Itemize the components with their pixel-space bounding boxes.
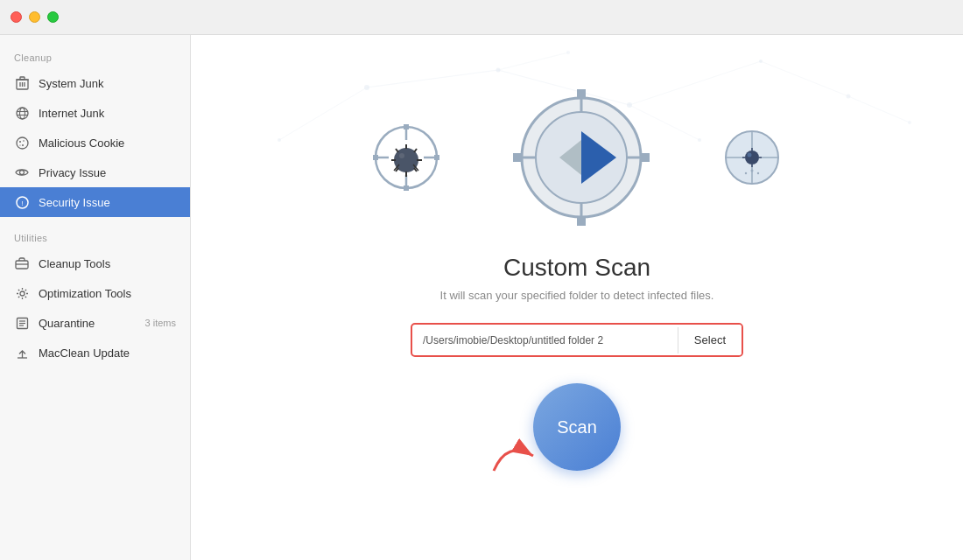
app-body: Cleanup System Junk: [0, 35, 963, 560]
path-input[interactable]: [412, 326, 678, 355]
sidebar: Cleanup System Junk: [0, 35, 191, 560]
center-scan-icon: [511, 88, 651, 228]
svg-point-30: [847, 94, 851, 99]
cleanup-section-label: Cleanup: [0, 49, 190, 68]
svg-line-35: [367, 70, 498, 88]
left-scan-icon: [371, 122, 441, 192]
utilities-section-label: Utilities: [0, 229, 190, 248]
svg-line-58: [414, 149, 417, 152]
svg-rect-70: [577, 89, 586, 98]
update-icon: [14, 345, 30, 360]
svg-point-34: [908, 121, 911, 124]
svg-rect-51: [434, 155, 439, 160]
sidebar-item-label: Optimization Tools: [39, 287, 176, 300]
minimize-button[interactable]: [29, 11, 40, 23]
svg-point-14: [19, 144, 20, 145]
svg-point-12: [23, 140, 25, 142]
svg-rect-49: [404, 186, 409, 191]
sidebar-item-label: MacClean Update: [39, 346, 176, 360]
scan-button[interactable]: Scan: [533, 383, 621, 471]
content-section: Custom Scan It will scan your specified …: [411, 254, 743, 471]
scan-button-wrapper: Scan: [533, 383, 621, 471]
sidebar-item-internet-junk[interactable]: Internet Junk: [0, 98, 190, 128]
titlebar: [0, 0, 963, 35]
svg-rect-2: [20, 77, 25, 80]
svg-rect-50: [373, 155, 378, 160]
svg-point-13: [22, 144, 24, 146]
sidebar-item-cleanup-tools[interactable]: Cleanup Tools: [0, 248, 190, 278]
sidebar-item-label: Internet Junk: [39, 107, 176, 120]
sidebar-item-optimization-tools[interactable]: Optimization Tools: [0, 278, 190, 308]
svg-point-31: [278, 138, 281, 142]
svg-rect-71: [577, 217, 586, 226]
quarantine-icon: [14, 315, 30, 331]
sidebar-item-malicious-cookie[interactable]: Malicious Cookie: [0, 128, 190, 158]
scan-arrow: [489, 431, 542, 475]
sidebar-item-quarantine[interactable]: Quarantine 3 items: [0, 308, 190, 338]
close-button[interactable]: [11, 11, 22, 23]
sidebar-item-security-issue[interactable]: ! Security Issue: [0, 187, 190, 217]
sidebar-item-label: Quarantine: [39, 317, 137, 330]
svg-point-80: [748, 153, 752, 158]
svg-point-85: [751, 170, 754, 172]
svg-point-29: [759, 60, 763, 63]
eye-icon: [14, 164, 30, 180]
svg-rect-73: [641, 153, 650, 162]
page-subtitle: It will scan your specified folder to de…: [440, 289, 714, 302]
svg-point-87: [757, 172, 759, 174]
globe-icon: [14, 105, 30, 121]
page-title: Custom Scan: [503, 254, 650, 282]
select-button[interactable]: Select: [678, 325, 742, 355]
trash-icon: [14, 75, 30, 91]
sidebar-item-label: Cleanup Tools: [39, 257, 176, 270]
svg-text:!: !: [21, 200, 23, 207]
svg-point-15: [20, 171, 25, 175]
svg-point-20: [20, 291, 25, 296]
sidebar-item-macclean-update[interactable]: MacClean Update: [0, 338, 190, 368]
svg-point-6: [17, 108, 28, 119]
right-scan-icon: [721, 127, 783, 188]
svg-point-61: [399, 153, 404, 158]
svg-line-42: [848, 96, 910, 122]
cookie-icon: [14, 135, 30, 150]
svg-line-39: [279, 88, 367, 140]
svg-point-10: [17, 137, 28, 149]
sidebar-item-label: Privacy Issue: [39, 166, 176, 179]
quarantine-badge: 3 items: [145, 318, 176, 328]
sidebar-item-label: System Junk: [39, 77, 176, 90]
svg-line-57: [396, 149, 398, 152]
svg-point-7: [19, 108, 25, 119]
svg-point-11: [19, 141, 21, 143]
sidebar-item-system-junk[interactable]: System Junk: [0, 68, 190, 98]
path-input-row: Select: [411, 323, 743, 357]
shield-icon: !: [14, 194, 30, 210]
sidebar-item-label: Malicious Cookie: [39, 136, 176, 150]
svg-point-32: [566, 51, 570, 54]
svg-point-27: [496, 68, 501, 73]
svg-rect-48: [404, 124, 409, 130]
svg-point-79: [745, 150, 759, 164]
sidebar-item-privacy-issue[interactable]: Privacy Issue: [0, 158, 190, 187]
svg-rect-72: [513, 153, 522, 162]
briefcase-icon: [14, 256, 30, 271]
svg-point-86: [745, 172, 747, 174]
main-content: Custom Scan It will scan your specified …: [191, 35, 963, 560]
svg-point-26: [364, 85, 369, 90]
sidebar-item-label: Security Issue: [39, 196, 176, 209]
icons-row: [371, 88, 783, 228]
gear-icon: [14, 285, 30, 301]
svg-line-40: [498, 52, 568, 70]
maximize-button[interactable]: [47, 11, 59, 23]
